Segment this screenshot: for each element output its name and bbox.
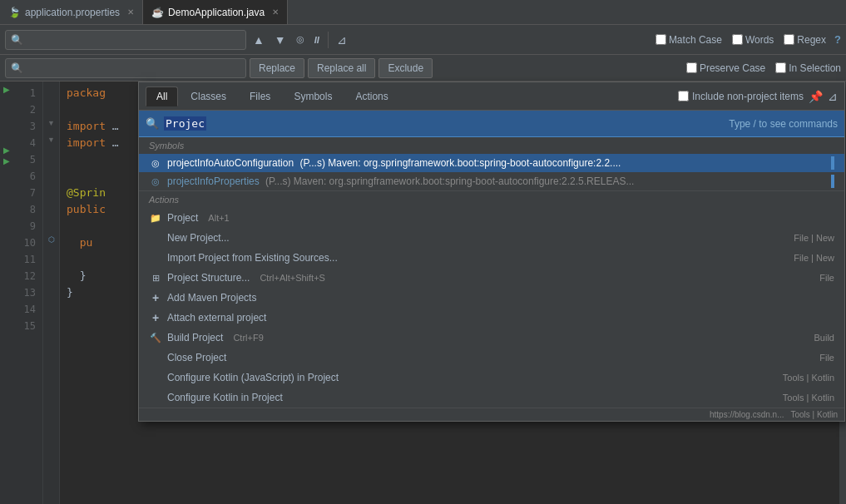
action-import-project[interactable]: Import Project from Existing Sources... … <box>139 248 844 268</box>
symbol-item-1[interactable]: ◎ projectInfoAutoConfiguration (P...s) M… <box>139 154 844 172</box>
replace-button[interactable]: Replace <box>250 58 304 78</box>
in-selection-group: In Selection <box>775 62 841 74</box>
project-folder-icon: 📁 <box>149 211 162 225</box>
preserve-case-checkbox[interactable] <box>686 62 697 73</box>
symbol-name-1: projectInfoAutoConfiguration (P...s) Mav… <box>167 157 826 169</box>
dropdown-tab-bar: All Classes Files Symbols Actions Includ… <box>139 82 844 111</box>
java-tab-close[interactable]: ✕ <box>272 7 279 17</box>
search-input[interactable] <box>27 34 240 46</box>
exclude-button[interactable]: Exclude <box>378 58 433 78</box>
action-project-structure[interactable]: ⊞ Project Structure... Ctrl+Alt+Shift+S … <box>139 268 844 288</box>
debug-icon[interactable]: ▶ <box>3 146 10 155</box>
close-project-icon <box>149 351 162 364</box>
action-add-maven-label: Add Maven Projects <box>167 292 256 304</box>
action-attach-project-label: Attach external project <box>167 312 266 324</box>
dropdown-search-bar: 🔍 Projec Type / to see commands <box>139 111 844 137</box>
dropdown-tab-all[interactable]: All <box>146 86 178 106</box>
dropdown-tab-files[interactable]: Files <box>239 86 281 106</box>
regex-label: Regex <box>797 34 826 46</box>
action-project-structure-category: File <box>819 273 834 283</box>
help-button[interactable]: ? <box>834 33 841 46</box>
properties-tab-close[interactable]: ✕ <box>127 7 134 17</box>
arrow-down-btn[interactable]: ▼ <box>271 32 289 48</box>
action-build-project[interactable]: 🔨 Build Project Ctrl+F9 Build <box>139 328 844 348</box>
java-tab-label: DemoApplication.java <box>168 7 265 18</box>
action-import-project-category: File | New <box>794 253 834 263</box>
project-structure-icon: ⊞ <box>149 271 162 284</box>
dropdown-search-icon: 🔍 <box>146 117 159 130</box>
include-non-project-label: Include non-project items <box>692 91 804 102</box>
replace-all-button[interactable]: Replace all <box>308 58 375 78</box>
in-selection-label: In Selection <box>789 62 841 74</box>
bookmark-icon-10[interactable]: ⬡ <box>48 235 55 244</box>
tab-properties[interactable]: 🍃 application.properties ✕ <box>0 0 143 24</box>
configure-kotlin-js-icon <box>149 371 162 384</box>
search-dropdown: All Classes Files Symbols Actions Includ… <box>138 82 845 422</box>
symbol-icon-2: ◎ <box>149 175 162 188</box>
dropdown-tab-symbols[interactable]: Symbols <box>283 86 343 106</box>
action-configure-kotlin-js-category: Tools | Kotlin <box>783 373 834 383</box>
symbol-icon-1: ◎ <box>149 156 162 170</box>
action-close-project[interactable]: Close Project File <box>139 348 844 368</box>
include-non-project-checkbox[interactable] <box>678 91 689 101</box>
search-container[interactable]: 🔍 <box>5 30 246 50</box>
debug2-icon[interactable]: ▶ <box>3 156 10 166</box>
action-project-structure-label: Project Structure... <box>167 272 250 284</box>
replace-input[interactable] <box>27 62 240 74</box>
words-group: Words <box>732 34 774 46</box>
action-project-structure-shortcut: Ctrl+Alt+Shift+S <box>260 273 325 283</box>
words-label: Words <box>745 34 774 46</box>
url-category: Tools | Kotlin <box>790 410 838 419</box>
add-maven-icon: + <box>149 291 162 304</box>
preserve-case-label: Preserve Case <box>700 62 765 74</box>
tab-java[interactable]: ☕ DemoApplication.java ✕ <box>143 0 288 24</box>
action-attach-project[interactable]: + Attach external project <box>139 308 844 328</box>
symbol-item-2[interactable]: ◎ projectInfoProperties (P...s) Maven: o… <box>139 172 844 190</box>
action-configure-kotlin-category: Tools | Kotlin <box>783 393 834 403</box>
properties-tab-label: application.properties <box>25 7 120 18</box>
properties-tab-icon: 🍃 <box>8 7 21 18</box>
dropdown-search-input[interactable]: Projec <box>164 117 206 130</box>
filter-btn[interactable]: ⊿ <box>334 32 350 48</box>
include-non-project-group: Include non-project items <box>678 91 804 102</box>
regex-checkbox[interactable] <box>784 34 794 45</box>
in-selection-checkbox[interactable] <box>775 62 786 73</box>
find-btn[interactable]: ◎ <box>293 32 308 47</box>
editor-gutter: ▼ ▼ ⬡ <box>43 82 60 504</box>
action-configure-kotlin[interactable]: Configure Kotlin in Project Tools | Kotl… <box>139 388 844 408</box>
import-project-icon <box>149 251 162 264</box>
fold-icon-4[interactable]: ▼ <box>47 136 55 144</box>
action-build-category: Build <box>814 333 834 343</box>
regex-group: Regex <box>784 34 826 46</box>
regex-mode-btn[interactable]: II <box>311 33 323 47</box>
match-case-checkbox[interactable] <box>656 34 666 45</box>
action-project[interactable]: 📁 Project Alt+1 <box>139 208 844 228</box>
action-import-project-label: Import Project from Existing Sources... <box>167 252 338 264</box>
url-bar-row: https://blog.csdn.n... Tools | Kotlin <box>139 408 844 421</box>
run-config-icon[interactable]: ▶ <box>3 85 10 94</box>
action-add-maven[interactable]: + Add Maven Projects <box>139 288 844 308</box>
editor-area: ▶ ▶ ▶ 1 2 3 4 5 6 7 8 9 10 11 12 13 14 1… <box>0 82 846 504</box>
fold-icon-3[interactable]: ▼ <box>47 119 55 127</box>
dropdown-tab-actions[interactable]: Actions <box>344 86 398 106</box>
action-new-project[interactable]: New Project... File | New <box>139 228 844 248</box>
replace-container[interactable]: 🔍 <box>5 58 246 78</box>
symbol-name-2: projectInfoProperties (P...s) Maven: org… <box>167 175 826 187</box>
filter-icon-btn[interactable]: ⊿ <box>828 90 838 103</box>
action-configure-kotlin-label: Configure Kotlin in Project <box>167 392 283 403</box>
action-build-shortcut: Ctrl+F9 <box>233 333 263 343</box>
action-configure-kotlin-js[interactable]: Configure Kotlin (JavaScript) in Project… <box>139 368 844 388</box>
java-tab-icon: ☕ <box>151 7 164 18</box>
symbol-text-2: projectInfoProperties <box>167 175 260 187</box>
match-case-label: Match Case <box>669 34 722 46</box>
symbol-bar-1 <box>831 156 834 170</box>
preserve-case-group: Preserve Case <box>686 62 765 74</box>
dropdown-tab-classes[interactable]: Classes <box>180 86 237 106</box>
arrow-up-btn[interactable]: ▲ <box>250 32 268 48</box>
pin-button[interactable]: 📌 <box>809 90 823 103</box>
symbol-bar-2 <box>831 175 834 188</box>
action-configure-kotlin-js-label: Configure Kotlin (JavaScript) in Project <box>167 372 339 383</box>
actions-section-header: Actions <box>139 190 844 208</box>
search-hint: Type / to see commands <box>729 118 838 130</box>
words-checkbox[interactable] <box>732 34 743 45</box>
